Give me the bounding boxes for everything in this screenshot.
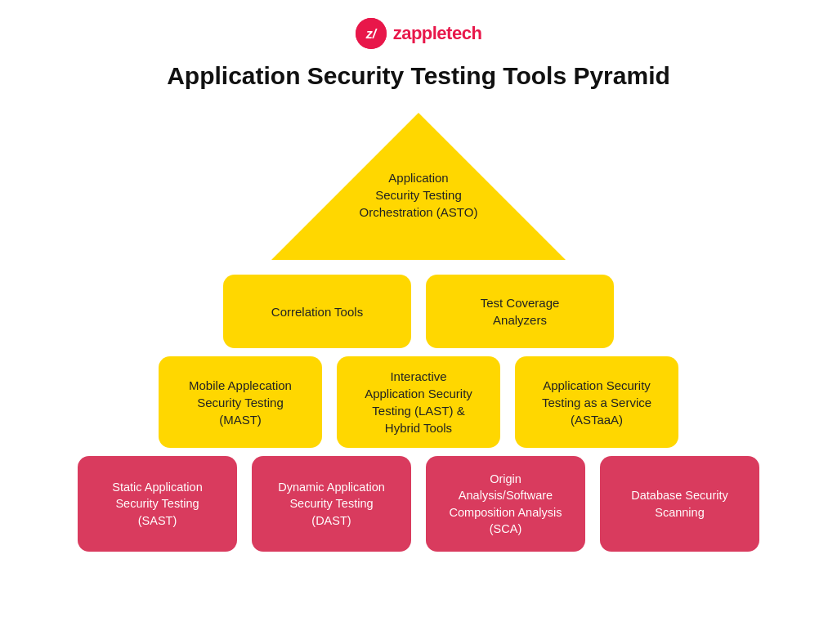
sca-label: OriginAnalysis/SoftwareComposition Analy… [450,471,562,537]
mast-label: Mobile ApplecationSecurity Testing(MAST) [189,377,292,428]
pyramid-row3: Mobile ApplecationSecurity Testing(MAST)… [159,356,678,448]
sast-box: Static ApplicationSecurity Testing(SAST) [78,456,237,552]
db-security-label: Database SecurityScanning [631,487,727,521]
logo-icon: z/ [356,18,387,49]
apex-label: ApplicationSecurity TestingOrchestration… [263,105,574,268]
iast-label: InteractiveApplication SecurityTesting (… [365,368,472,436]
page-title: Application Security Testing Tools Pyram… [167,62,670,90]
svg-text:z/: z/ [365,27,377,41]
db-security-box: Database SecurityScanning [600,456,759,552]
pyramid-row4: Static ApplicationSecurity Testing(SAST)… [78,456,759,552]
iast-box: InteractiveApplication SecurityTesting (… [337,356,500,448]
sast-label: Static ApplicationSecurity Testing(SAST) [112,479,202,529]
test-coverage-label: Test CoverageAnalyzers [481,294,560,329]
astaaa-box: Application SecurityTesting as a Service… [515,356,678,448]
sca-box: OriginAnalysis/SoftwareComposition Analy… [426,456,585,552]
correlation-tools-box: Correlation Tools [223,275,411,348]
test-coverage-box: Test CoverageAnalyzers [426,275,614,348]
dast-box: Dynamic ApplicationSecurity Testing(DAST… [252,456,411,552]
pyramid: ApplicationSecurity TestingOrchestration… [0,105,837,560]
dast-label: Dynamic ApplicationSecurity Testing(DAST… [278,479,385,529]
astaaa-label: Application SecurityTesting as a Service… [542,377,651,428]
pyramid-row2: Correlation Tools Test CoverageAnalyzers [223,275,614,348]
header: z/ zappletech [356,18,482,49]
pyramid-apex: ApplicationSecurity TestingOrchestration… [263,105,574,268]
correlation-tools-label: Correlation Tools [271,303,363,320]
logo-text: zappletech [393,23,482,44]
mast-box: Mobile ApplecationSecurity Testing(MAST) [159,356,322,448]
